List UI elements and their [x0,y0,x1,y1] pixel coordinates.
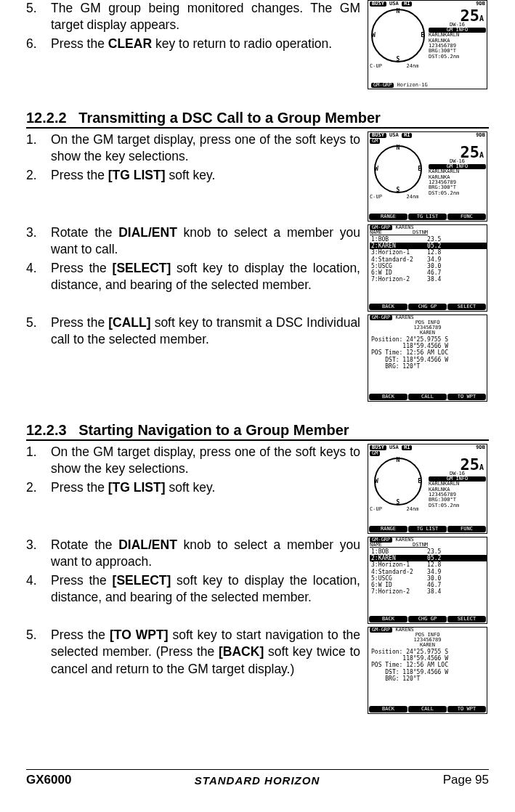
lcd-softkeys: BACKCALLTO WPT [369,706,486,712]
lcd-softkeys: BACKCHG GPSELECT [369,304,486,310]
lcd-footer-label: GM-GRP [371,83,394,88]
steps-s1-b2: Rotate the DIAL/ENT knob to select a mem… [26,224,360,293]
footer-model: GX6000 [26,773,71,787]
softkey-back[interactable]: BACK [369,304,407,310]
steps-s2-b1: On the GM target display, press one of t… [26,444,360,496]
lcd-member-list-1: GM-GRP KARENS NAME DSTNM 1:BOB 23.52:KAR… [368,224,487,312]
step-item: Press the [SELECT] soft key to display t… [26,572,360,606]
footer-brand: STANDARD HORIZON [195,774,320,787]
softkey-chg-gp[interactable]: CHG GP [408,616,447,622]
softkey-call[interactable]: CALL [408,394,447,400]
section-heading-12-2-3: 12.2.3 Starting Navigation to a Group Me… [26,422,489,441]
softkey-range[interactable]: RANGE [369,526,407,532]
lcd-tg-list-screen-2: BUSY USA HI 9DB GM NS EW C-UP 24nm [368,444,487,534]
lcd-pos-info-2: GM-GRP KARENS POS INFO 123456789 KAREN P… [368,627,487,714]
step-item: Press the [TO WPT] soft key to start nav… [26,627,360,678]
softkey-back[interactable]: BACK [369,616,407,622]
step-item: Rotate the DIAL/ENT knob to select a mem… [26,224,360,259]
step-item: Press the [CALL] soft key to transmit a … [26,314,360,349]
softkey-func[interactable]: FUNC [447,214,486,220]
section-heading-12-2-2: 12.2.2 Transmitting a DSC Call to a Grou… [26,110,489,129]
lcd-pos-info-1: GM-GRP KARENS POS INFO 123456789 KAREN P… [368,314,487,402]
softkey-tg-list[interactable]: TG LIST [408,526,447,532]
lcd-member-list-2: GM-GRP KARENS NAME DSTNM 1:BOB 23.52:KAR… [368,537,487,624]
softkey-chg-gp[interactable]: CHG GP [408,304,447,310]
softkey-to-wpt[interactable]: TO WPT [447,394,486,400]
steps-top: The GM group being monitored changes. Th… [26,0,360,52]
lcd-softkeys: RANGETG LISTFUNC [369,526,486,532]
softkey-to-wpt[interactable]: TO WPT [447,706,486,712]
step-item: Press the [TG LIST] soft key. [26,167,360,184]
steps-s2-b3: Press the [TO WPT] soft key to start nav… [26,627,360,678]
lcd-tg-list-screen-1: BUSY USA HI 9DB GM NS EW C-UP 24nm [368,131,487,222]
step-item: Press the [SELECT] soft key to display t… [26,260,360,294]
softkey-call[interactable]: CALL [408,706,447,712]
softkey-func[interactable]: FUNC [447,526,486,532]
step-item: Press the [TG LIST] soft key. [26,479,360,496]
step-item: On the GM target display, press one of t… [26,131,360,166]
page-footer: GX6000 STANDARD HORIZON Page 95 [26,769,489,787]
step-item: Rotate the DIAL/ENT knob to select a mem… [26,537,360,571]
step-item: On the GM target display, press one of t… [26,444,360,478]
softkey-range[interactable]: RANGE [369,214,407,220]
softkey-select[interactable]: SELECT [447,304,486,310]
steps-s2-b2: Rotate the DIAL/ENT knob to select a mem… [26,537,360,606]
softkey-back[interactable]: BACK [369,394,407,400]
lcd-softkeys: BACKCHG GPSELECT [369,616,486,622]
lcd-softkeys: RANGETG LISTFUNC [369,214,486,220]
lcd-gm-target: BUSY USA HI 9DB NS EW C-UP 24nm [368,0,487,89]
step-item: Press the CLEAR key to return to radio o… [26,36,360,52]
steps-s1-b1: On the GM target display, press one of t… [26,131,360,184]
lcd-softkeys: BACKCALLTO WPT [369,394,486,400]
step-item: The GM group being monitored changes. Th… [26,0,360,34]
footer-page-number: Page 95 [443,773,489,787]
softkey-back[interactable]: BACK [369,706,407,712]
softkey-select[interactable]: SELECT [447,616,486,622]
steps-s1-b3: Press the [CALL] soft key to transmit a … [26,314,360,349]
softkey-tg-list[interactable]: TG LIST [408,214,447,220]
